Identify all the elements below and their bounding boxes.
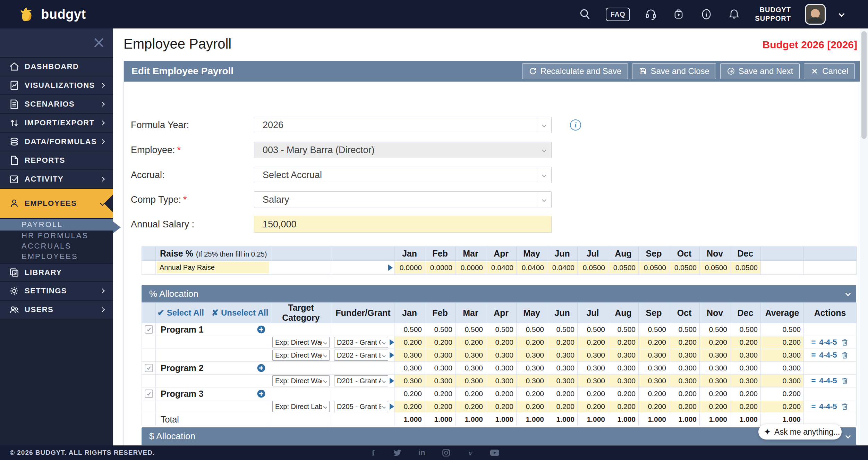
month-value[interactable]: 0.200 [700, 388, 730, 400]
month-value[interactable]: 0.200 [425, 336, 455, 348]
month-value[interactable]: 0.300 [608, 349, 638, 361]
month-value[interactable]: 0.500 [517, 324, 547, 335]
month-value[interactable]: 0.500 [639, 324, 669, 335]
raise-month-input[interactable]: 0.0500 [639, 262, 669, 274]
month-value[interactable]: 0.200 [547, 401, 577, 412]
sidebar-item-scenarios[interactable]: SCENARIOS [0, 95, 113, 114]
month-value[interactable]: 0.500 [394, 324, 425, 335]
month-value[interactable]: 0.300 [486, 375, 516, 387]
sidebar-item-settings[interactable]: SETTINGS [0, 282, 113, 301]
month-value[interactable]: 0.200 [456, 388, 486, 400]
month-value[interactable]: 0.300 [578, 375, 608, 387]
month-value[interactable]: 0.200 [669, 336, 699, 348]
select-all-link[interactable]: ✔Select All [158, 308, 204, 318]
program-checkbox[interactable] [145, 364, 153, 372]
month-value[interactable]: 1.000 [608, 413, 638, 425]
month-value[interactable]: 0.500 [425, 324, 455, 335]
month-value[interactable]: 1.000 [517, 413, 547, 425]
pct-allocation-section-header[interactable]: % Allocation [142, 285, 856, 302]
month-value[interactable]: 0.200 [486, 401, 516, 412]
month-value[interactable]: 0.300 [425, 375, 455, 387]
month-value[interactable]: 0.300 [700, 362, 730, 374]
month-value[interactable]: 1.000 [730, 413, 760, 425]
employee-select[interactable]: 003 - Mary Barra (Director) [254, 142, 552, 158]
month-value[interactable]: 0.200 [608, 388, 638, 400]
month-value[interactable]: 0.500 [669, 324, 699, 335]
month-value[interactable]: 0.300 [456, 362, 486, 374]
facebook-icon[interactable]: f [368, 448, 378, 458]
collapse-chevron-icon[interactable] [846, 433, 850, 439]
funder-grant-select[interactable]: D203 - Grant C [334, 337, 388, 348]
month-value[interactable]: 0.200 [700, 336, 730, 348]
calendar-445-link[interactable]: 4-4-5 [819, 376, 837, 385]
month-value[interactable]: 0.300 [425, 362, 455, 374]
month-value[interactable]: 0.200 [517, 336, 547, 348]
expand-arrow-icon[interactable] [388, 265, 393, 271]
month-value[interactable]: 0.300 [547, 349, 577, 361]
month-value[interactable]: 0.500 [578, 324, 608, 335]
month-value[interactable]: 0.300 [669, 362, 699, 374]
month-value[interactable]: 0.300 [486, 349, 516, 361]
collapse-chevron-icon[interactable] [846, 291, 850, 297]
trash-icon[interactable] [841, 338, 849, 346]
target-category-select[interactable]: Exp: Direct Wag [272, 375, 330, 386]
month-value[interactable]: 0.200 [639, 388, 669, 400]
month-value[interactable]: 0.200 [517, 401, 547, 412]
trash-icon[interactable] [841, 377, 849, 385]
vertical-scrollbar[interactable] [860, 28, 868, 445]
target-category-select[interactable]: Exp: Direct Lab [272, 401, 330, 412]
month-value[interactable]: 0.200 [578, 336, 608, 348]
month-value[interactable]: 0.200 [578, 388, 608, 400]
calendar-445-link[interactable]: 4-4-5 [819, 338, 837, 347]
calendar-445-link[interactable]: 4-4-5 [819, 351, 837, 360]
sidebar-item-reports[interactable]: REPORTS [0, 151, 113, 170]
month-value[interactable]: 0.300 [517, 362, 547, 374]
info-icon[interactable]: i [570, 119, 581, 131]
save-and-next-button[interactable]: Save and Next [720, 63, 800, 79]
month-value[interactable]: 0.500 [730, 324, 760, 335]
month-value[interactable]: 0.300 [730, 349, 760, 361]
month-value[interactable]: 0.200 [456, 401, 486, 412]
sidebar-item-import-export[interactable]: IMPORT/EXPORT [0, 114, 113, 133]
sidebar-item-activity[interactable]: ACTIVITY [0, 170, 113, 189]
month-value[interactable]: 0.300 [730, 375, 760, 387]
raise-month-input[interactable]: 0.0400 [517, 262, 547, 274]
month-value[interactable]: 1.000 [669, 413, 699, 425]
sidebar-item-dashboard[interactable]: DASHBOARD [0, 58, 113, 76]
month-value[interactable]: 0.300 [700, 375, 730, 387]
raise-month-input[interactable]: 0.0000 [456, 262, 486, 274]
save-and-close-button[interactable]: Save and Close [632, 63, 716, 79]
expand-arrow-icon[interactable] [390, 378, 394, 384]
sidebar-item-library[interactable]: LIBRARY [0, 263, 113, 282]
annual-pay-raise-input[interactable]: Annual Pay Raise [157, 262, 269, 273]
accrual-select[interactable]: Select Accrual [254, 167, 552, 183]
cancel-button[interactable]: Cancel [804, 63, 855, 79]
month-value[interactable]: 0.300 [608, 362, 638, 374]
month-value[interactable]: 0.300 [608, 375, 638, 387]
month-value[interactable]: 0.500 [486, 324, 516, 335]
month-value[interactable]: 0.200 [547, 336, 577, 348]
month-value[interactable]: 0.200 [578, 401, 608, 412]
raise-month-input[interactable]: 0.0500 [730, 262, 760, 274]
month-value[interactable]: 1.000 [456, 413, 486, 425]
month-value[interactable]: 0.300 [669, 375, 699, 387]
month-value[interactable]: 0.500 [456, 324, 486, 335]
equals-action[interactable]: = [811, 351, 816, 360]
month-value[interactable]: 0.200 [486, 388, 516, 400]
target-category-select[interactable]: Exp: Direct Wag [272, 337, 330, 348]
month-value[interactable]: 1.000 [547, 413, 577, 425]
month-value[interactable]: 1.000 [578, 413, 608, 425]
unselect-all-link[interactable]: ✘Unselect All [212, 308, 269, 318]
raise-month-input[interactable]: 0.0000 [425, 262, 455, 274]
month-value[interactable]: 0.300 [639, 362, 669, 374]
month-value[interactable]: 0.300 [517, 375, 547, 387]
month-value[interactable]: 0.300 [425, 349, 455, 361]
month-value[interactable]: 0.200 [669, 401, 699, 412]
funder-grant-select[interactable]: D202 - Grant B [334, 350, 388, 361]
comp-type-select[interactable]: Salary [254, 191, 552, 208]
month-value[interactable]: 0.300 [547, 375, 577, 387]
sidebar-item-employees[interactable]: EMPLOYEES [0, 189, 113, 219]
month-value[interactable]: 0.500 [700, 324, 730, 335]
month-value[interactable]: 0.200 [394, 388, 425, 400]
month-value[interactable]: 1.000 [394, 413, 425, 425]
